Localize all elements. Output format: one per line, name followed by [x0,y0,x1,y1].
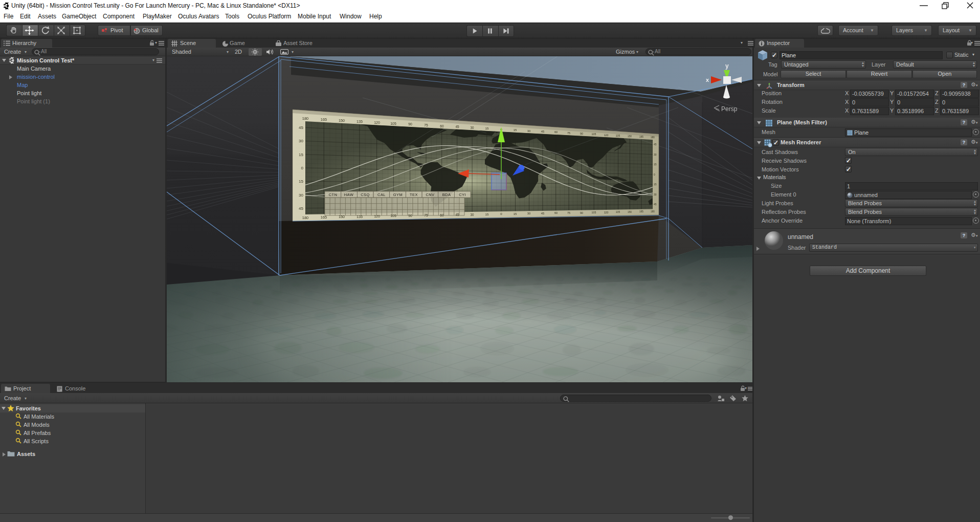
svg-text:90: 90 [580,211,583,214]
svg-text:CTN: CTN [329,192,338,197]
svg-text:135: 135 [616,210,620,213]
svg-text:GYM: GYM [393,192,403,197]
svg-text:y: y [725,62,729,70]
svg-text:45: 45 [455,213,459,216]
svg-text:165: 165 [321,215,327,220]
svg-text:CYI: CYI [459,192,466,197]
svg-text:45: 45 [299,206,303,211]
svg-text:165: 165 [321,117,327,122]
svg-text:105: 105 [592,133,596,136]
svg-text:15: 15 [654,183,657,186]
svg-text:75: 75 [567,132,570,135]
svg-text:30: 30 [299,139,303,143]
svg-text:CAL: CAL [377,192,386,197]
svg-text:60: 60 [554,211,558,214]
svg-text:120: 120 [374,121,380,124]
svg-text:15: 15 [514,128,517,132]
svg-text:30: 30 [470,213,474,216]
svg-text:120: 120 [604,211,609,214]
svg-text:45: 45 [654,203,657,206]
svg-text:30: 30 [654,153,657,156]
svg-text:150: 150 [339,118,345,123]
svg-text:120: 120 [374,214,380,218]
svg-text:105: 105 [390,214,396,217]
svg-text:165: 165 [639,136,643,138]
svg-text:105: 105 [592,211,596,214]
svg-text:60: 60 [440,124,444,128]
svg-text:180: 180 [651,136,655,139]
svg-text:30: 30 [654,193,657,196]
svg-text:90: 90 [408,214,412,217]
svg-text:60: 60 [554,130,558,134]
svg-text:180: 180 [302,116,309,121]
svg-text:45: 45 [541,130,544,133]
svg-text:15: 15 [485,212,489,216]
svg-text:30: 30 [527,129,531,133]
svg-text:135: 135 [357,119,363,124]
svg-text:45: 45 [299,125,303,130]
svg-text:30: 30 [299,193,303,198]
svg-text:15: 15 [299,153,303,157]
svg-text:30: 30 [527,212,531,215]
svg-text:45: 45 [541,212,544,215]
svg-text:180: 180 [651,210,655,213]
svg-text:150: 150 [628,211,632,213]
svg-text:15: 15 [485,126,489,130]
svg-text:0: 0 [654,173,655,176]
svg-text:15: 15 [299,179,303,184]
svg-text:0: 0 [301,166,304,170]
svg-text:TEX: TEX [410,192,418,197]
svg-text:135: 135 [616,134,620,137]
svg-text:Persp: Persp [721,105,738,113]
svg-text:CSQ: CSQ [361,192,369,197]
svg-text:HAW: HAW [344,192,354,197]
svg-text:15: 15 [654,163,657,166]
svg-text:180: 180 [302,215,309,220]
svg-text:BDA: BDA [442,192,451,197]
svg-text:CNV: CNV [426,192,434,197]
svg-text:165: 165 [639,210,643,213]
svg-text:105: 105 [390,122,396,125]
svg-text:150: 150 [339,214,345,219]
svg-text:135: 135 [357,214,363,219]
svg-text:75: 75 [424,213,428,217]
svg-text:x: x [706,77,709,83]
svg-text:75: 75 [567,211,570,214]
svg-text:90: 90 [580,132,583,135]
svg-text:90: 90 [408,122,412,126]
svg-text:60: 60 [440,213,444,217]
svg-text:75: 75 [424,123,428,127]
svg-text:15: 15 [514,212,517,215]
